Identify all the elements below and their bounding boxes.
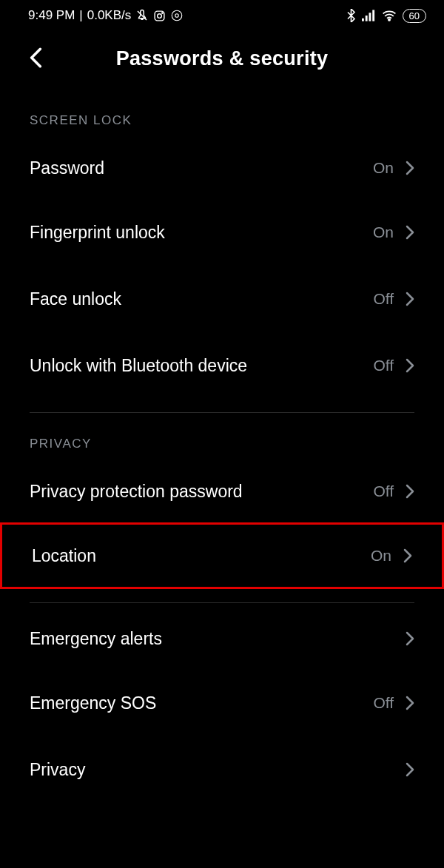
svg-rect-7 (365, 16, 367, 21)
row-value: Off (373, 290, 394, 308)
instagram-icon (153, 10, 166, 22)
row-location[interactable]: Location On (0, 522, 444, 589)
chevron-right-icon (406, 358, 414, 373)
row-label: Location (32, 546, 371, 566)
row-privacy-protection-password[interactable]: Privacy protection password Off (0, 456, 444, 522)
back-button[interactable] (30, 47, 42, 71)
battery-indicator: 60 (403, 9, 426, 23)
chevron-right-icon (406, 161, 414, 175)
row-label: Password (30, 158, 373, 178)
chevron-right-icon (406, 484, 414, 499)
page-title: Passwords & security (30, 47, 414, 70)
row-unlock-bluetooth[interactable]: Unlock with Bluetooth device Off (0, 332, 444, 399)
row-label: Face unlock (30, 289, 373, 309)
status-separator: | (79, 8, 82, 23)
svg-point-3 (162, 12, 163, 13)
svg-point-2 (158, 13, 162, 18)
status-left: 9:49 PM | 0.0KB/s (28, 8, 184, 23)
chevron-right-icon (406, 762, 414, 777)
svg-rect-6 (362, 18, 364, 21)
chevron-right-icon (403, 548, 412, 563)
row-label: Emergency SOS (30, 693, 373, 713)
row-password[interactable]: Password On (0, 132, 444, 199)
chevron-right-icon (406, 696, 414, 710)
section-header-screen-lock: SCREEN LOCK (0, 90, 444, 132)
status-bar: 9:49 PM | 0.0KB/s 60 (0, 0, 444, 31)
row-value: On (371, 547, 391, 565)
svg-point-10 (388, 19, 389, 21)
row-value: Off (373, 357, 394, 374)
row-value: On (373, 159, 394, 177)
section-header-privacy: PRIVACY (0, 413, 444, 456)
row-emergency-sos[interactable]: Emergency SOS Off (0, 670, 444, 736)
row-label: Unlock with Bluetooth device (30, 356, 373, 376)
mute-icon (135, 9, 149, 22)
row-label: Privacy protection password (30, 482, 373, 502)
row-value: On (373, 223, 394, 241)
status-right: 60 (346, 9, 426, 23)
row-face-unlock[interactable]: Face unlock Off (0, 266, 444, 332)
chevron-right-icon (406, 292, 414, 306)
bluetooth-icon (346, 9, 356, 22)
row-emergency-alerts[interactable]: Emergency alerts (0, 603, 444, 670)
status-time: 9:49 PM (28, 8, 75, 23)
row-value: Off (373, 694, 394, 712)
signal-icon (362, 10, 376, 21)
row-label: Privacy (30, 760, 406, 780)
row-label: Emergency alerts (30, 629, 406, 649)
row-fingerprint-unlock[interactable]: Fingerprint unlock On (0, 199, 444, 266)
svg-rect-8 (369, 13, 371, 21)
svg-point-5 (175, 14, 179, 18)
row-label: Fingerprint unlock (30, 223, 373, 243)
svg-point-4 (172, 10, 183, 21)
wifi-icon (382, 10, 397, 21)
status-data-rate: 0.0KB/s (87, 8, 132, 23)
app-icon (170, 9, 184, 22)
chevron-right-icon (406, 631, 414, 646)
row-value: Off (373, 482, 394, 500)
svg-rect-9 (372, 10, 374, 21)
header: Passwords & security (0, 31, 444, 90)
row-privacy[interactable]: Privacy (0, 736, 444, 803)
chevron-right-icon (406, 225, 414, 240)
